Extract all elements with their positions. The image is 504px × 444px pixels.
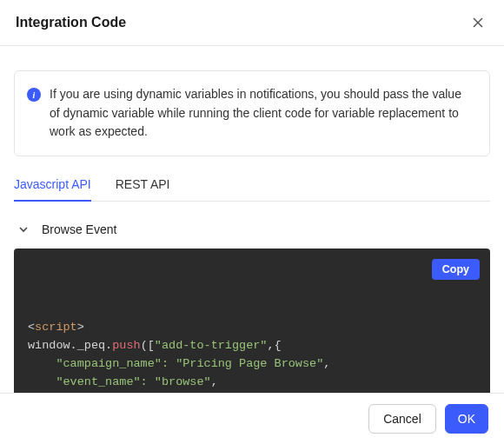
- modal-title: Integration Code: [16, 15, 126, 30]
- close-button[interactable]: [468, 12, 488, 33]
- tab-rest-api[interactable]: REST API: [116, 169, 170, 202]
- modal-body: i If you are using dynamic variables in …: [0, 46, 504, 393]
- modal-footer: Cancel OK: [0, 393, 504, 444]
- info-callout: i If you are using dynamic variables in …: [14, 70, 490, 156]
- ok-button[interactable]: OK: [445, 404, 488, 434]
- api-tabs: Javascript API REST API: [14, 169, 490, 202]
- tab-javascript-api[interactable]: Javascript API: [14, 169, 91, 202]
- accordion-title: Browse Event: [42, 222, 116, 236]
- modal-header: Integration Code: [0, 0, 504, 46]
- chevron-down-icon: [17, 223, 30, 235]
- info-text: If you are using dynamic variables in no…: [50, 85, 474, 142]
- accordion-browse-event[interactable]: Browse Event: [14, 214, 490, 249]
- info-icon: i: [27, 88, 41, 102]
- cancel-button[interactable]: Cancel: [368, 404, 436, 434]
- code-block: Copy <script> window._peq.push(["add-to-…: [14, 249, 490, 393]
- close-icon: [471, 16, 485, 30]
- copy-button[interactable]: Copy: [432, 259, 480, 280]
- code-content: <script> window._peq.push(["add-to-trigg…: [28, 319, 476, 393]
